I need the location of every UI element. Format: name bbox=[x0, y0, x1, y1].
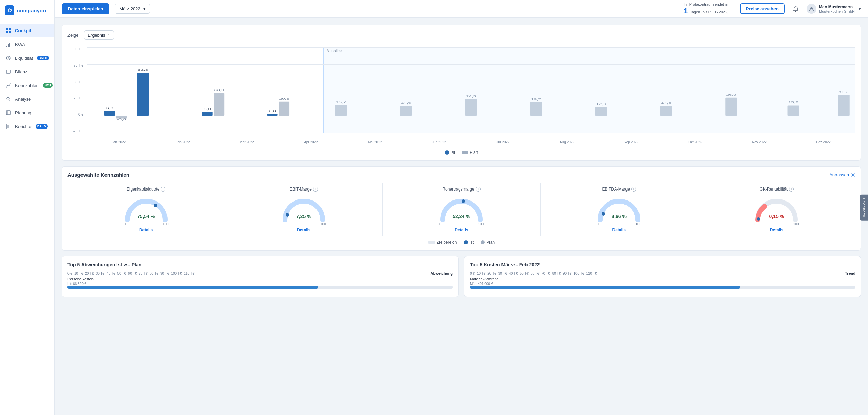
y-label-100: 100 T € bbox=[67, 47, 85, 51]
gk-value: 0,15 % bbox=[769, 213, 784, 219]
eigenkapitalquote-info-icon[interactable]: i bbox=[161, 187, 165, 192]
ebitda-min: 0 bbox=[597, 222, 599, 226]
personalkosten-sublabel: Ist: 66.320 € bbox=[67, 282, 94, 286]
trial-days: 1 bbox=[684, 7, 688, 15]
show-value: Ergebnis bbox=[88, 33, 105, 38]
x-label-sep: Sep 2022 bbox=[599, 140, 663, 144]
ebitda-value: 8,66 % bbox=[611, 213, 627, 219]
material-sublabel: Mär: 401.006 € bbox=[470, 282, 503, 286]
date-selector[interactable]: März 2022 ▾ bbox=[115, 4, 150, 14]
sidebar-item-liquiditaet[interactable]: Liquidität BALD bbox=[0, 51, 54, 65]
sidebar-item-bwa[interactable]: BWA bbox=[0, 37, 54, 51]
sidebar-item-analyse[interactable]: Analyse bbox=[0, 92, 54, 106]
gauge-eigenkapitalquote: Eigenkapitalquote i 75,54 % bbox=[67, 183, 225, 236]
user-avatar bbox=[807, 4, 816, 14]
abweichungen-header-row: 0 €10 T€20 T€30 T€40 T€50 T€60 T€70 T€80… bbox=[67, 271, 453, 276]
user-name: Max Mustermann bbox=[819, 4, 855, 9]
x-axis: Jan 2022 Feb 2022 Mär 2022 Apr 2022 Mai … bbox=[87, 140, 855, 144]
x-label-jan: Jan 2022 bbox=[87, 140, 151, 144]
grid-50 bbox=[87, 82, 855, 82]
gauge-gk-title: GK-Rentabilität i bbox=[760, 187, 794, 192]
daten-einspielen-button[interactable]: Daten einspielen bbox=[62, 3, 109, 14]
ebitda-minmax: 0 100 bbox=[597, 222, 641, 226]
rohertragsmarge-gauge: 52,24 % bbox=[437, 194, 485, 222]
gk-details-link[interactable]: Details bbox=[770, 228, 783, 232]
kennzahlen-badge: NEU bbox=[43, 83, 53, 88]
svg-text:6,8: 6,8 bbox=[106, 106, 114, 110]
date-chevron-icon: ▾ bbox=[143, 6, 146, 11]
ebit-details-link[interactable]: Details bbox=[297, 228, 310, 232]
eigenkapitalquote-max: 100 bbox=[163, 222, 169, 226]
chart-bars-area: Ausblick bbox=[87, 47, 855, 133]
zielbereich-icon bbox=[428, 241, 435, 244]
kennzahlen-header: Ausgewählte Kennzahlen Anpassen bbox=[67, 172, 855, 178]
sidebar-item-bilanz[interactable]: Bilanz bbox=[0, 65, 54, 78]
bar-feb-plan bbox=[214, 93, 224, 116]
x-label-apr: Apr 2022 bbox=[279, 140, 343, 144]
abweichung-col-header: Abweichung bbox=[431, 271, 453, 276]
show-label: Zeige: bbox=[67, 33, 80, 38]
eigenkapitalquote-minmax: 0 100 bbox=[124, 222, 169, 226]
x-label-aug: Aug 2022 bbox=[535, 140, 599, 144]
gauge-gk-rentabilitaet: GK-Rentabilität i 0,15 % bbox=[698, 183, 855, 236]
legend-gauges-plan: Plan bbox=[481, 240, 495, 245]
ebit-info-icon[interactable]: i bbox=[313, 187, 318, 192]
material-row: Material-/Warenei... Mär: 401.006 € bbox=[470, 277, 855, 289]
ebit-gauge: 7,25 % bbox=[280, 194, 328, 222]
ebitda-details-link[interactable]: Details bbox=[612, 228, 626, 232]
x-label-nov: Nov 2022 bbox=[727, 140, 791, 144]
legend-plan-icon bbox=[462, 151, 468, 154]
bilanz-icon bbox=[5, 68, 12, 75]
x-label-mar: Mär 2022 bbox=[215, 140, 279, 144]
gauge-ebitda-title: EBITDA-Marge i bbox=[602, 187, 636, 192]
eigenkapitalquote-details-link[interactable]: Details bbox=[139, 228, 153, 232]
gk-info-icon[interactable]: i bbox=[789, 187, 794, 192]
trial-info: Ihr Probezeitraum endet in 1 Tagen (bis … bbox=[684, 2, 734, 15]
notifications-bell-icon[interactable] bbox=[790, 3, 801, 14]
svg-rect-1 bbox=[9, 28, 11, 30]
berichte-icon bbox=[5, 123, 12, 130]
gk-min: 0 bbox=[754, 222, 756, 226]
liquiditaet-icon bbox=[5, 54, 12, 61]
svg-point-39 bbox=[286, 213, 289, 217]
sidebar-item-cockpit[interactable]: Cockpit bbox=[0, 24, 54, 37]
rohertragsmarge-info-icon[interactable]: i bbox=[476, 187, 481, 192]
ebit-minmax: 0 100 bbox=[282, 222, 326, 226]
feedback-tab[interactable]: Feedback bbox=[860, 194, 868, 220]
rohertragsmarge-details-link[interactable]: Details bbox=[455, 228, 468, 232]
y-label-25: 25 T € bbox=[67, 96, 85, 100]
ausblick-overlay: Ausblick bbox=[323, 47, 855, 133]
y-label-75: 75 T € bbox=[67, 64, 85, 68]
show-select[interactable]: Ergebnis ⁘ bbox=[84, 30, 114, 40]
gk-gauge: 0,15 % bbox=[753, 194, 801, 222]
sidebar-item-planung[interactable]: Planung bbox=[0, 106, 54, 120]
sidebar-item-label-kennzahlen: Kennzahlen bbox=[15, 83, 39, 88]
legend-zielbereich: Zielbereich bbox=[428, 240, 457, 245]
bar-jan-ist bbox=[104, 111, 115, 116]
berichte-badge: BALD bbox=[36, 124, 48, 129]
user-profile[interactable]: Max Mustermann Musterküchen GmbH ▾ bbox=[807, 4, 861, 14]
kosten-title: Top 5 Kosten Mär vs. Feb 2022 bbox=[470, 262, 855, 267]
sidebar-item-label-cockpit: Cockpit bbox=[15, 28, 32, 33]
rohertragsmarge-max: 100 bbox=[478, 222, 484, 226]
trial-note: Tagen (bis 09.06.2022) bbox=[690, 10, 729, 14]
sidebar-item-label-analyse: Analyse bbox=[15, 97, 31, 102]
svg-text:-3,8: -3,8 bbox=[117, 117, 126, 121]
gauges-row: Eigenkapitalquote i 75,54 % bbox=[67, 183, 855, 236]
personalkosten-label: Personalkosten bbox=[67, 277, 94, 281]
anpassen-button[interactable]: Anpassen bbox=[829, 172, 855, 178]
sidebar-item-kennzahlen[interactable]: Kennzahlen NEU bbox=[0, 78, 54, 92]
ebitda-info-icon[interactable]: i bbox=[631, 187, 636, 192]
preise-ansehen-button[interactable]: Preise ansehen bbox=[740, 3, 785, 14]
kennzahlen-title: Ausgewählte Kennzahlen bbox=[67, 172, 129, 178]
grid-100 bbox=[87, 47, 855, 48]
main-content: Daten einspielen März 2022 ▾ Ihr Probeze… bbox=[55, 0, 868, 415]
user-chevron-icon: ▾ bbox=[859, 6, 861, 11]
svg-line-11 bbox=[9, 100, 10, 101]
svg-point-40 bbox=[462, 199, 465, 203]
kennzahlen-icon bbox=[5, 82, 12, 89]
ebitda-gauge: 8,66 % bbox=[595, 194, 643, 222]
sidebar-item-berichte[interactable]: Berichte BALD bbox=[0, 120, 54, 133]
gear-icon bbox=[851, 173, 855, 178]
gauges-plan-label: Plan bbox=[486, 240, 495, 245]
